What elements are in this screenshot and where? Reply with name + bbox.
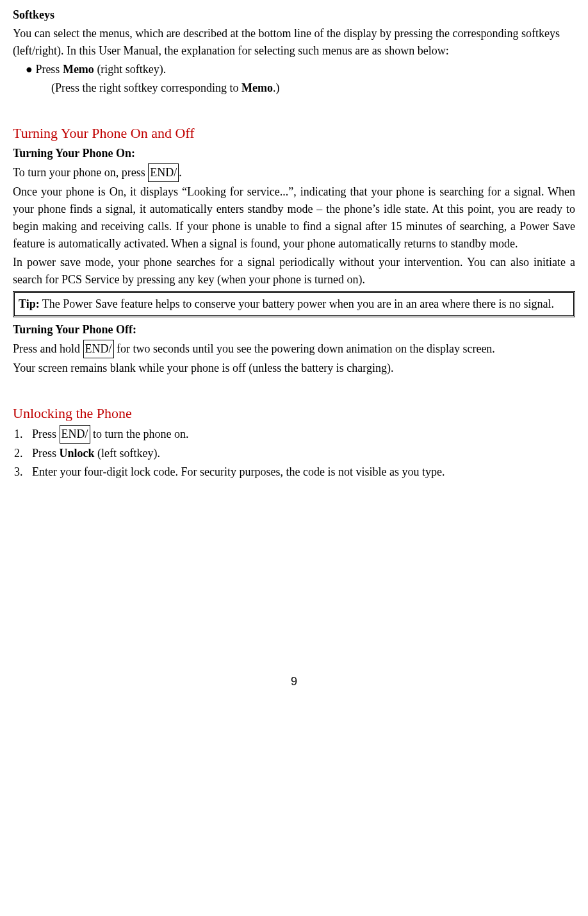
tip-text: The Power Save feature helps to conserve… xyxy=(40,297,554,310)
end-key: END/ xyxy=(83,340,114,358)
text: to turn the phone on. xyxy=(90,428,189,440)
end-key: END/ xyxy=(148,163,179,182)
unlock-bold: Unlock xyxy=(60,447,95,460)
text: Press xyxy=(32,428,60,440)
end-key: END/ xyxy=(60,425,90,444)
unlock-step-1: Press END/ to turn the phone on. xyxy=(26,425,575,444)
turning-off-line2: Your screen remains blank while your pho… xyxy=(13,360,575,377)
tip-box: Tip: The Power Save feature helps to con… xyxy=(13,291,575,317)
turning-off-line1: Press and hold END/ for two seconds unti… xyxy=(13,340,575,358)
turning-heading: Turning Your Phone On and Off xyxy=(13,122,575,144)
text: . xyxy=(179,166,182,179)
softkeys-subline: (Press the right softkey corresponding t… xyxy=(13,79,575,97)
memo-bold: Memo xyxy=(241,81,273,94)
text: To turn your phone on, press xyxy=(13,166,148,179)
turning-on-para2: In power save mode, your phone searches … xyxy=(13,254,575,288)
text: for two seconds until you see the poweri… xyxy=(114,342,495,355)
text: (left softkey). xyxy=(95,447,160,460)
unlocking-heading: Unlocking the Phone xyxy=(13,403,575,424)
turning-on-para1: Once your phone is On, it displays “Look… xyxy=(13,183,575,253)
page-number: 9 xyxy=(13,673,575,690)
text: Press and hold xyxy=(13,342,83,355)
text: (Press the right softkey corresponding t… xyxy=(51,81,241,94)
unlock-step-3: Enter your four-digit lock code. For sec… xyxy=(26,463,575,481)
turning-off-heading: Turning Your Phone Off: xyxy=(13,321,575,338)
turning-on-heading: Turning Your Phone On: xyxy=(13,145,575,162)
softkeys-heading: Softkeys xyxy=(13,6,575,24)
turning-on-line1: To turn your phone on, press END/. xyxy=(13,163,575,182)
text: (right softkey). xyxy=(94,63,166,76)
text: Press xyxy=(32,447,60,460)
unlock-step-2: Press Unlock (left softkey). xyxy=(26,445,575,462)
tip-label: Tip: xyxy=(19,297,40,310)
softkeys-bullet: Press Memo (right softkey). xyxy=(26,61,575,78)
text: .) xyxy=(273,81,280,94)
memo-bold: Memo xyxy=(63,63,94,76)
softkeys-body: You can select the menus, which are desc… xyxy=(13,25,575,60)
text: Press xyxy=(35,63,63,76)
